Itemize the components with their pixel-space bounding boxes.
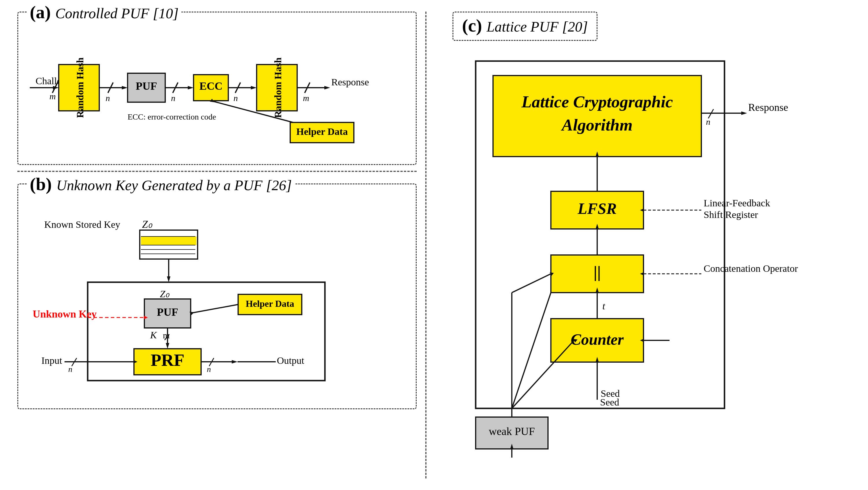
arrow-a3 xyxy=(188,86,193,89)
concat-operator-label: Concatenation Operator xyxy=(704,263,798,274)
n-label-a3: n xyxy=(234,93,238,103)
helper-data-label-a: Helper Data xyxy=(296,126,348,137)
input-label: Input xyxy=(41,355,62,366)
z0-stripe xyxy=(141,237,196,245)
puf-label-a: PUF xyxy=(136,80,157,92)
m-label-a: m xyxy=(50,91,56,101)
diagram-a-svg: Challenge m Random Hash n PUF xyxy=(30,30,406,151)
response-label-a: Response xyxy=(331,77,369,87)
ecc-note: ECC: error-correction code xyxy=(128,112,216,121)
z0-down-arrow xyxy=(167,276,170,282)
n-input-label: n xyxy=(68,365,72,374)
k-label: K xyxy=(150,330,157,340)
z0-inner-label: Z₀ xyxy=(160,288,170,299)
arrow-a4 xyxy=(251,86,257,89)
output-label: Output xyxy=(277,355,304,366)
section-c-italic-label: Lattice PUF [20] xyxy=(487,18,588,35)
n-output-label: n xyxy=(207,365,211,374)
arrow-a5 xyxy=(324,86,330,89)
n-label-a2: n xyxy=(171,93,175,103)
lfsr-label: LFSR xyxy=(577,200,617,217)
shift-register-label: Shift Register xyxy=(704,209,758,220)
lattice-algo-label-2: Algorithm xyxy=(561,116,633,134)
diagram-c-svg: Lattice Cryptographic Algorithm n Respon… xyxy=(453,52,858,458)
h-divider xyxy=(18,171,416,172)
random-hash-2-label: Random Hash xyxy=(273,58,283,118)
z0-label-top: Z₀ xyxy=(142,218,153,230)
n-response-label: n xyxy=(706,117,710,126)
counter-label: Counter xyxy=(570,331,624,348)
known-stored-key-label: Known Stored Key xyxy=(44,219,120,230)
random-hash-1-label: Random Hash xyxy=(75,58,85,118)
response-arrow-c xyxy=(741,112,747,115)
prf-label: PRF xyxy=(151,350,185,370)
main-container: (a) Controlled PUF [10] Challenge m Rand… xyxy=(0,0,868,490)
puf-label-b: PUF xyxy=(157,306,178,318)
section-c-bold-label: (c) xyxy=(462,16,482,36)
diagram-b-svg: Known Stored Key Z₀ Z₀ PUF xyxy=(30,205,406,393)
unknown-key-label: Unknown Key xyxy=(33,308,97,320)
weak-puf-label: weak PUF xyxy=(489,425,535,437)
m-label-a2: m xyxy=(303,93,309,103)
helper-data-label-b: Helper Data xyxy=(246,298,294,309)
right-panel: (c) Lattice PUF [20] Lattice Cryptograph… xyxy=(435,11,858,479)
section-a-bold-label: (a) xyxy=(30,2,51,23)
section-b-bold-label: (b) xyxy=(30,174,52,194)
vertical-divider xyxy=(425,11,427,479)
arrow-a2 xyxy=(122,86,128,89)
section-b-italic-label: Unknown Key Generated by a PUF [26] xyxy=(56,177,292,194)
linear-feedback-label: Linear-Feedback xyxy=(704,198,770,208)
section-a-italic-label: Controlled PUF [10] xyxy=(55,5,179,22)
t-label: t xyxy=(602,301,606,311)
ecc-label: ECC xyxy=(199,80,222,92)
left-panel: (a) Controlled PUF [10] Challenge m Rand… xyxy=(18,11,416,479)
response-label-c: Response xyxy=(748,101,788,113)
n-label-a1: n xyxy=(105,93,110,103)
concat-label: || xyxy=(593,263,601,281)
seed-label-2: Seed xyxy=(601,388,620,399)
lattice-algo-label-1: Lattice Cryptographic xyxy=(521,92,673,111)
